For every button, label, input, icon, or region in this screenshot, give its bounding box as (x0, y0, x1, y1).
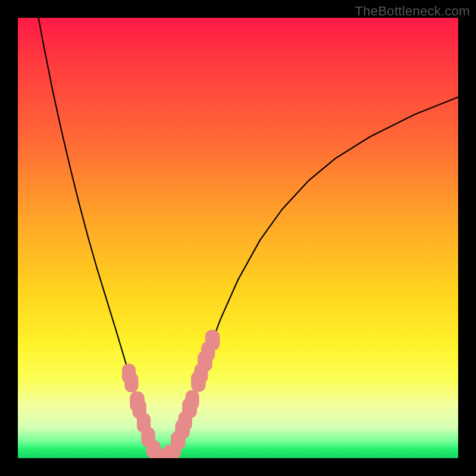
curve-marker (125, 372, 138, 392)
plot-area (18, 18, 458, 458)
curve-marker (205, 330, 220, 350)
marker-group (122, 330, 220, 458)
curves-svg (18, 18, 458, 458)
bottleneck-curve (37, 18, 458, 458)
chart-container: TheBottleneck.com (0, 0, 476, 476)
watermark-text: TheBottleneck.com (355, 4, 470, 19)
curve-marker (186, 390, 199, 410)
